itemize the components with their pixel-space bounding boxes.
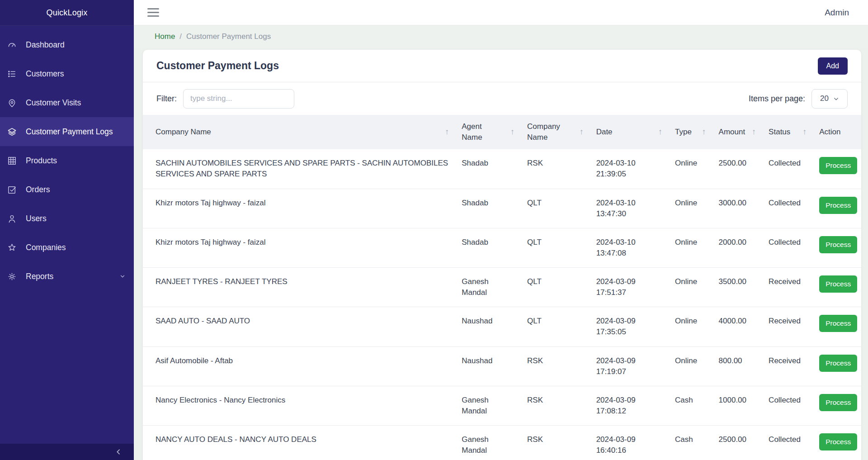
sidebar-item-label: Customers bbox=[26, 69, 64, 79]
arrow-up-icon[interactable]: ↑ bbox=[702, 126, 707, 138]
sidebar-item-orders[interactable]: Orders bbox=[0, 175, 134, 204]
amount-cell: 1000.00 bbox=[713, 386, 764, 414]
breadcrumb-home-link[interactable]: Home bbox=[155, 32, 175, 41]
company-code-cell: QLT bbox=[522, 268, 591, 296]
status-cell: Collected bbox=[763, 149, 814, 177]
arrow-up-icon[interactable]: ↑ bbox=[802, 126, 807, 138]
company-name-cell: Khizr motors Taj highway - faizal bbox=[150, 189, 456, 217]
agent-name-cell: Ganesh Mandal bbox=[456, 268, 522, 307]
process-button[interactable]: Process bbox=[819, 197, 857, 214]
column-header-date[interactable]: Date↑ bbox=[591, 115, 670, 149]
type-cell: Online bbox=[670, 268, 713, 296]
status-cell: Collected bbox=[763, 189, 814, 217]
sidebar-item-customer-visits[interactable]: Customer Visits bbox=[0, 88, 134, 117]
column-header-type[interactable]: Type↑ bbox=[670, 115, 713, 149]
amount-cell: 2500.00 bbox=[713, 149, 764, 177]
page-title: Customer Payment Logs bbox=[156, 60, 279, 72]
type-cell: Online bbox=[670, 189, 713, 217]
process-button[interactable]: Process bbox=[819, 236, 857, 253]
company-name-cell: SAAD AUTO - SAAD AUTO bbox=[150, 307, 456, 335]
user-icon bbox=[6, 213, 18, 224]
date-cell: 2024-03-09 16:40:16 bbox=[591, 426, 670, 460]
amount-cell: 4000.00 bbox=[713, 307, 764, 335]
process-button[interactable]: Process bbox=[819, 394, 857, 411]
content-area: Customer Payment Logs Add Filter: Items … bbox=[134, 48, 868, 460]
process-button[interactable]: Process bbox=[819, 275, 857, 293]
items-per-page-select[interactable]: 20 bbox=[811, 89, 848, 109]
company-name-cell: Khizr motors Taj highway - faizal bbox=[150, 228, 456, 256]
status-cell: Received bbox=[763, 307, 814, 335]
column-header-status[interactable]: Status↑ bbox=[763, 115, 814, 149]
filter-input[interactable] bbox=[183, 89, 294, 109]
agent-name-cell: Shadab bbox=[456, 228, 522, 256]
sidebar-item-label: Companies bbox=[26, 243, 66, 252]
date-cell: 2024-03-09 17:19:07 bbox=[591, 347, 670, 386]
breadcrumb-current: Customer Payment Logs bbox=[186, 32, 271, 41]
chevron-left-icon[interactable] bbox=[115, 448, 122, 455]
user-menu[interactable]: Admin bbox=[825, 8, 849, 18]
arrow-up-icon[interactable]: ↑ bbox=[580, 126, 585, 138]
amount-cell: 2000.00 bbox=[713, 228, 764, 256]
process-button[interactable]: Process bbox=[819, 315, 857, 332]
company-code-cell: RSK bbox=[522, 347, 591, 375]
column-header-amount[interactable]: Amount↑ bbox=[713, 115, 764, 149]
main-area: Admin Home / Customer Payment Logs Custo… bbox=[134, 0, 868, 460]
column-header-company-code[interactable]: Company Name↑ bbox=[522, 115, 591, 149]
action-cell: Process bbox=[814, 189, 863, 223]
chevron-down-icon bbox=[119, 273, 126, 280]
chevron-down-icon bbox=[833, 96, 839, 102]
sidebar-item-customers[interactable]: Customers bbox=[0, 59, 134, 88]
company-code-cell: QLT bbox=[522, 189, 591, 217]
company-name-cell: SACHIN AUTOMOBILES SERVICES AND SPARE PA… bbox=[150, 149, 456, 188]
card-header: Customer Payment Logs Add bbox=[143, 50, 861, 82]
arrow-up-icon[interactable]: ↑ bbox=[658, 126, 663, 138]
sidebar-item-dashboard[interactable]: Dashboard bbox=[0, 30, 134, 59]
process-button[interactable]: Process bbox=[819, 157, 857, 174]
table-toolbar: Filter: Items per page: 20 bbox=[143, 82, 861, 115]
table-row: NANCY AUTO DEALS - NANCY AUTO DEALSGanes… bbox=[143, 426, 861, 460]
status-cell: Collected bbox=[763, 386, 814, 414]
arrow-up-icon[interactable]: ↑ bbox=[445, 126, 450, 138]
agent-name-cell: Shadab bbox=[456, 149, 522, 177]
arrow-up-icon[interactable]: ↑ bbox=[510, 126, 515, 138]
status-cell: Collected bbox=[763, 228, 814, 256]
company-code-cell: RSK bbox=[522, 426, 591, 454]
sidebar-item-label: Customer Visits bbox=[26, 98, 81, 108]
type-cell: Cash bbox=[670, 426, 713, 454]
customers-icon bbox=[6, 68, 18, 80]
process-button[interactable]: Process bbox=[819, 433, 857, 451]
sidebar-item-companies[interactable]: Companies bbox=[0, 233, 134, 262]
column-header-company-name[interactable]: Company Name↑ bbox=[150, 115, 456, 149]
amount-cell: 3000.00 bbox=[713, 189, 764, 217]
add-button[interactable]: Add bbox=[818, 57, 848, 75]
sidebar-item-products[interactable]: Products bbox=[0, 146, 134, 175]
sidebar-item-customer-payment-logs[interactable]: Customer Payment Logs bbox=[0, 117, 134, 146]
grid-icon bbox=[6, 155, 18, 166]
company-code-cell: QLT bbox=[522, 228, 591, 256]
table-row: Khizr motors Taj highway - faizalShadabQ… bbox=[143, 189, 861, 228]
company-name-cell: Asif Automobile - Aftab bbox=[150, 347, 456, 375]
table-row: RANJEET TYRES - RANJEET TYRESGanesh Mand… bbox=[143, 268, 861, 307]
sidebar-nav: DashboardCustomersCustomer VisitsCustome… bbox=[0, 26, 134, 291]
table-body: SACHIN AUTOMOBILES SERVICES AND SPARE PA… bbox=[143, 149, 861, 460]
column-label: Date bbox=[596, 127, 613, 138]
hamburger-icon[interactable] bbox=[147, 8, 159, 17]
sidebar-item-reports[interactable]: Reports bbox=[0, 262, 134, 291]
date-cell: 2024-03-09 17:08:12 bbox=[591, 386, 670, 425]
sidebar-item-label: Orders bbox=[26, 185, 50, 194]
column-header-agent-name[interactable]: Agent Name↑ bbox=[456, 115, 522, 149]
items-per-page: Items per page: 20 bbox=[749, 89, 848, 109]
app-logo: QuickLogix bbox=[0, 0, 134, 26]
column-label: Agent Name bbox=[462, 121, 504, 143]
company-code-cell: RSK bbox=[522, 386, 591, 414]
sidebar-item-label: Reports bbox=[26, 272, 53, 281]
action-cell: Process bbox=[814, 386, 863, 420]
company-name-cell: Nancy Electronics - Nancy Electronics bbox=[150, 386, 456, 414]
type-cell: Cash bbox=[670, 386, 713, 414]
status-cell: Received bbox=[763, 268, 814, 296]
table-row: SACHIN AUTOMOBILES SERVICES AND SPARE PA… bbox=[143, 149, 861, 189]
sidebar-item-users[interactable]: Users bbox=[0, 204, 134, 233]
arrow-up-icon[interactable]: ↑ bbox=[752, 126, 757, 138]
sidebar: QuickLogix DashboardCustomersCustomer Vi… bbox=[0, 0, 134, 460]
process-button[interactable]: Process bbox=[819, 355, 857, 372]
